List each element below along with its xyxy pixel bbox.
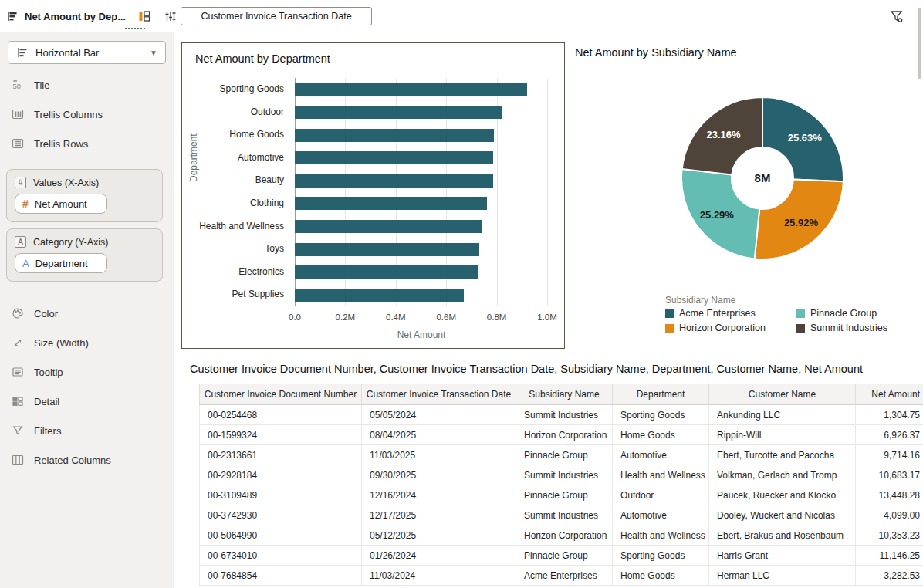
filter-chip-transaction-date[interactable]: Customer Invoice Transaction Date xyxy=(181,7,372,25)
legend-item-horizon-corporation[interactable]: Horizon Corporation xyxy=(665,323,766,333)
bar-sporting-goods[interactable] xyxy=(295,83,527,96)
column-header-customer-invoice-transaction-date[interactable]: Customer Invoice Transaction Date xyxy=(362,384,516,405)
column-header-customer-invoice-document-number[interactable]: Customer Invoice Document Number xyxy=(200,384,362,405)
bar-clothing[interactable] xyxy=(295,197,487,210)
table-cell[interactable]: Pinnacle Group xyxy=(516,485,613,505)
table-cell[interactable]: Home Goods xyxy=(613,425,709,445)
table-cell[interactable]: Herman LLC xyxy=(709,566,856,586)
sidebar-item-trellis-rows[interactable]: Trellis Rows xyxy=(0,129,174,158)
table-row[interactable]: 00-310948912/16/2024Pinnacle GroupOutdoo… xyxy=(200,485,923,505)
sidebar-item-size-width[interactable]: Size (Width) xyxy=(0,328,174,357)
net-amount-field-pill[interactable]: # Net Amount xyxy=(15,194,107,214)
table-row[interactable]: 00-374293012/17/2025Summit IndustriesAut… xyxy=(200,505,923,525)
table-row[interactable]: 00-292818409/30/2025Summit IndustriesHea… xyxy=(200,465,923,485)
table-cell[interactable]: 3,282.53 xyxy=(856,566,923,586)
column-header-department[interactable]: Department xyxy=(613,384,709,405)
legend-item-pinnacle-group[interactable]: Pinnacle Group xyxy=(796,308,877,319)
table-cell[interactable]: Summit Industries xyxy=(516,465,613,485)
column-header-customer-name[interactable]: Customer Name xyxy=(709,384,856,405)
table-cell[interactable]: 09/30/2025 xyxy=(362,465,516,485)
table-cell[interactable]: Summit Industries xyxy=(516,505,613,525)
filter-bar-icon[interactable] xyxy=(889,8,904,24)
table-cell[interactable]: 08/04/2025 xyxy=(362,425,516,445)
table-cell[interactable]: Rippin-Will xyxy=(709,425,856,445)
table-row[interactable]: 00-768485411/03/2024Acme EnterprisesHome… xyxy=(200,566,923,586)
table-cell[interactable]: Harris-Grant xyxy=(709,546,856,566)
table-cell[interactable]: 00-1599324 xyxy=(200,425,362,445)
table-cell[interactable]: 00-2313661 xyxy=(200,445,362,465)
table-cell[interactable]: 11,146.25 xyxy=(856,546,923,566)
table-row[interactable]: 00-506499005/12/2025Horizon CorporationH… xyxy=(200,525,923,546)
table-cell[interactable]: Volkman, Gerlach and Tromp xyxy=(709,465,856,485)
sidebar-item-tile[interactable]: 50 Tile xyxy=(0,70,174,100)
table-cell[interactable]: 4,099.00 xyxy=(856,505,923,525)
table-cell[interactable]: 00-2928184 xyxy=(200,465,362,485)
legend-item-summit-industries[interactable]: Summit Industries xyxy=(796,323,888,333)
table-cell[interactable]: 12/16/2024 xyxy=(362,485,516,505)
table-cell[interactable]: Sporting Goods xyxy=(613,405,709,425)
table-cell[interactable]: Pinnacle Group xyxy=(516,546,613,566)
bar-health-and-wellness[interactable] xyxy=(295,220,482,233)
table-cell[interactable]: Automotive xyxy=(613,505,709,525)
table-cell[interactable]: 10,683.17 xyxy=(856,465,923,485)
department-field-pill[interactable]: A Department xyxy=(15,253,107,273)
column-header-subsidiary-name[interactable]: Subsidiary Name xyxy=(516,384,613,405)
table-cell[interactable]: 12/17/2025 xyxy=(362,505,516,525)
table-cell[interactable]: Health and Wellness xyxy=(613,525,709,546)
table-cell[interactable]: 00-5064990 xyxy=(200,525,362,546)
table-row[interactable]: 00-231366111/03/2025Pinnacle GroupAutomo… xyxy=(200,445,923,465)
table-row[interactable]: 00-159932408/04/2025Horizon CorporationH… xyxy=(200,425,923,445)
table-cell[interactable]: 00-7684854 xyxy=(200,566,362,586)
bar-chart-card[interactable]: Net Amount by Department Department Spor… xyxy=(181,42,565,349)
table-cell[interactable]: Ebert, Brakus and Rosenbaum xyxy=(709,525,856,546)
bar-toys[interactable] xyxy=(295,243,479,256)
table-cell[interactable]: Home Goods xyxy=(613,566,709,586)
table-cell[interactable]: Health and Wellness xyxy=(613,465,709,485)
table-cell[interactable]: 00-0254468 xyxy=(200,405,362,425)
bar-electronics[interactable] xyxy=(295,265,478,279)
column-header-net-amount[interactable]: Net Amount xyxy=(856,384,923,405)
table-cell[interactable]: 6,926.37 xyxy=(856,425,923,445)
table-cell[interactable]: 00-6734010 xyxy=(200,546,362,566)
table-cell[interactable]: 00-3742930 xyxy=(200,505,362,525)
table-cell[interactable]: 00-3109489 xyxy=(200,485,362,505)
sidebar-item-trellis-columns[interactable]: Trellis Columns xyxy=(0,100,174,129)
table-cell[interactable]: Summit Industries xyxy=(516,405,613,425)
table-cell[interactable]: Dooley, Wuckert and Nicolas xyxy=(709,505,856,525)
table-cell[interactable]: 05/12/2025 xyxy=(362,525,516,546)
table-row[interactable]: 00-025446805/05/2024Summit IndustriesSpo… xyxy=(200,405,923,425)
legend-item-acme-enterprises[interactable]: Acme Enterprises xyxy=(665,308,756,319)
grammar-panel-icon[interactable] xyxy=(138,9,150,23)
table-cell[interactable]: 01/26/2024 xyxy=(362,546,516,566)
table-cell[interactable]: Ebert, Turcotte and Pacocha xyxy=(709,445,856,465)
table-cell[interactable]: Acme Enterprises xyxy=(516,566,613,586)
table-cell[interactable]: Outdoor xyxy=(613,485,709,505)
bar-home-goods[interactable] xyxy=(295,129,494,142)
settings-sliders-icon[interactable] xyxy=(164,9,177,23)
bar-outdoor[interactable] xyxy=(295,106,502,119)
table-cell[interactable]: Ankunding LLC xyxy=(709,405,856,425)
bar-pet-supplies[interactable] xyxy=(295,289,464,302)
table-cell[interactable]: 1,304.75 xyxy=(856,405,923,425)
table-cell[interactable]: Pinnacle Group xyxy=(516,445,613,465)
sidebar-item-detail[interactable]: Detail xyxy=(0,387,174,416)
table-cell[interactable]: Sporting Goods xyxy=(613,546,709,566)
bar-automotive[interactable] xyxy=(295,151,493,164)
bar-beauty[interactable] xyxy=(295,174,493,188)
table-cell[interactable]: Automotive xyxy=(613,445,709,465)
sidebar-item-color[interactable]: Color xyxy=(0,299,174,328)
table-cell[interactable]: 11/03/2024 xyxy=(362,566,516,586)
vertical-scrollbar-thumb[interactable] xyxy=(918,8,921,79)
table-cell[interactable]: 13,448.28 xyxy=(856,485,923,505)
table-cell[interactable]: Horizon Corporation xyxy=(516,425,613,445)
sidebar-item-filters[interactable]: Filters xyxy=(0,416,174,445)
sidebar-item-related-columns[interactable]: Related Columns xyxy=(0,445,174,475)
table-cell[interactable]: 11/03/2025 xyxy=(362,445,516,465)
table-cell[interactable]: 05/05/2024 xyxy=(362,405,516,425)
table-row[interactable]: 00-673401001/26/2024Pinnacle GroupSporti… xyxy=(200,546,923,566)
table-cell[interactable]: 10,353.23 xyxy=(856,525,923,546)
table-cell[interactable]: Paucek, Ruecker and Klocko xyxy=(709,485,856,505)
table-cell[interactable]: Horizon Corporation xyxy=(516,525,613,546)
table-cell[interactable]: 9,714.16 xyxy=(856,445,923,465)
chart-type-dropdown[interactable]: Horizontal Bar ▼ xyxy=(8,41,166,64)
